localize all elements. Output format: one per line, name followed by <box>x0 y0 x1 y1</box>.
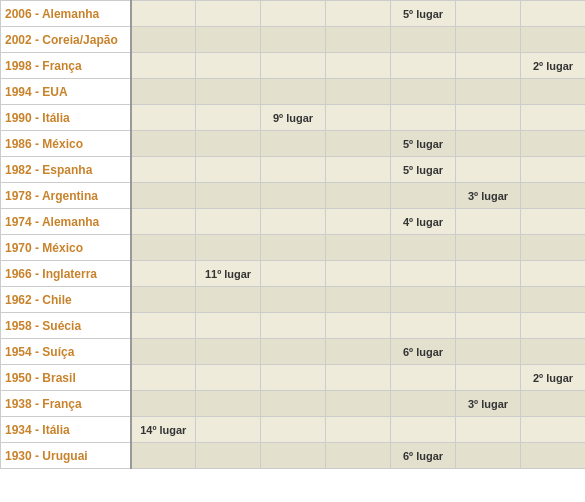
data-cell <box>196 417 261 443</box>
data-cell <box>326 53 391 79</box>
data-cell <box>456 443 521 469</box>
data-cell <box>391 417 456 443</box>
year-cell: 1954 - Suíça <box>1 339 131 365</box>
data-cell: 6º lugar <box>391 443 456 469</box>
data-cell: 5º lugar <box>391 157 456 183</box>
year-cell: 1990 - Itália <box>1 105 131 131</box>
data-cell <box>391 365 456 391</box>
data-cell <box>131 261 196 287</box>
data-cell <box>521 157 586 183</box>
data-cell <box>456 261 521 287</box>
data-cell <box>261 53 326 79</box>
data-cell <box>196 105 261 131</box>
data-cell <box>521 313 586 339</box>
data-cell: 5º lugar <box>391 1 456 27</box>
data-cell <box>261 417 326 443</box>
data-cell <box>326 287 391 313</box>
year-cell: 1986 - México <box>1 131 131 157</box>
table-row: 1958 - SuéciaCampeão <box>1 313 586 339</box>
data-cell: 3º lugar <box>456 391 521 417</box>
data-cell: 5º lugar <box>391 131 456 157</box>
data-cell <box>521 261 586 287</box>
data-cell <box>326 235 391 261</box>
data-cell <box>391 313 456 339</box>
data-cell <box>326 79 391 105</box>
data-cell <box>261 131 326 157</box>
data-cell <box>131 157 196 183</box>
table-row: 2002 - Coreia/JapãoCampeão <box>1 27 586 53</box>
data-cell <box>131 235 196 261</box>
data-cell <box>456 365 521 391</box>
data-cell <box>456 27 521 53</box>
data-cell <box>131 313 196 339</box>
data-cell <box>261 209 326 235</box>
table-row: 1998 - França2º lugar <box>1 53 586 79</box>
data-cell: 4º lugar <box>391 209 456 235</box>
table-row: 1982 - Espanha5º lugar <box>1 157 586 183</box>
year-cell: 1958 - Suécia <box>1 313 131 339</box>
data-cell <box>456 313 521 339</box>
data-cell <box>456 105 521 131</box>
data-cell <box>196 209 261 235</box>
data-cell <box>196 131 261 157</box>
data-cell <box>131 183 196 209</box>
data-cell <box>196 183 261 209</box>
data-cell <box>196 79 261 105</box>
data-cell: 6º lugar <box>391 339 456 365</box>
table-row: 1966 - Inglaterra11º lugar <box>1 261 586 287</box>
data-cell <box>326 157 391 183</box>
data-cell <box>131 105 196 131</box>
data-cell: 3º lugar <box>456 183 521 209</box>
table-row: 1934 - Itália14º lugar <box>1 417 586 443</box>
year-cell: 1966 - Inglaterra <box>1 261 131 287</box>
data-cell <box>391 287 456 313</box>
data-cell <box>326 417 391 443</box>
data-cell <box>261 157 326 183</box>
data-cell <box>196 235 261 261</box>
data-cell <box>261 443 326 469</box>
data-cell <box>521 443 586 469</box>
data-cell <box>131 131 196 157</box>
data-cell <box>196 443 261 469</box>
table-row: 1978 - Argentina3º lugar <box>1 183 586 209</box>
data-cell <box>456 131 521 157</box>
data-cell <box>196 391 261 417</box>
table-row: 1950 - Brasil2º lugar <box>1 365 586 391</box>
data-cell <box>326 365 391 391</box>
data-cell <box>196 339 261 365</box>
data-cell <box>261 313 326 339</box>
data-cell <box>261 79 326 105</box>
main-table-container: 2006 - Alemanha5º lugar2002 - Coreia/Jap… <box>0 0 585 469</box>
data-cell <box>456 417 521 443</box>
year-cell: 1978 - Argentina <box>1 183 131 209</box>
data-cell <box>326 443 391 469</box>
data-cell <box>521 287 586 313</box>
year-cell: 2006 - Alemanha <box>1 1 131 27</box>
data-cell <box>521 339 586 365</box>
data-cell: 14º lugar <box>131 417 196 443</box>
data-cell <box>326 131 391 157</box>
data-cell <box>456 209 521 235</box>
data-cell <box>131 53 196 79</box>
data-cell <box>261 183 326 209</box>
data-cell <box>326 339 391 365</box>
data-cell <box>261 287 326 313</box>
data-cell <box>521 391 586 417</box>
data-cell <box>261 339 326 365</box>
table-row: 1990 - Itália9º lugar <box>1 105 586 131</box>
data-cell <box>261 365 326 391</box>
data-cell <box>521 183 586 209</box>
data-cell <box>521 1 586 27</box>
data-cell <box>391 79 456 105</box>
data-cell <box>391 53 456 79</box>
data-cell <box>326 105 391 131</box>
year-cell: 2002 - Coreia/Japão <box>1 27 131 53</box>
data-cell <box>326 183 391 209</box>
table-row: 1962 - ChileCampeão <box>1 287 586 313</box>
table-row: 1994 - EUACampeão <box>1 79 586 105</box>
year-cell: 1970 - México <box>1 235 131 261</box>
data-cell <box>521 131 586 157</box>
data-cell <box>521 209 586 235</box>
year-cell: 1998 - França <box>1 53 131 79</box>
table-row: 1970 - MéxicoCampeão <box>1 235 586 261</box>
